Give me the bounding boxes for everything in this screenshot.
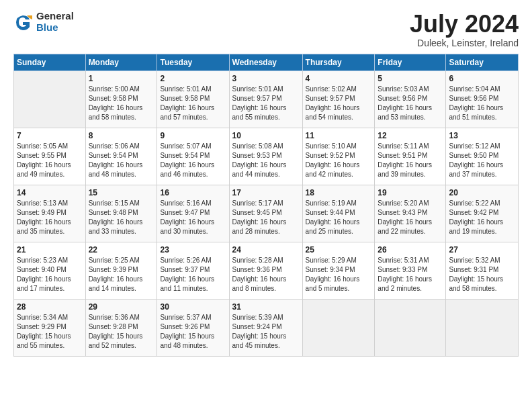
sunset: Sunset: 9:54 PM: [89, 151, 154, 161]
sunrise: Sunrise: 5:12 AM: [449, 142, 515, 151]
calendar-cell: [375, 299, 446, 356]
day-info: Sunrise: 5:00 AMSunset: 9:58 PMDaylight:…: [89, 85, 154, 122]
daylight: Daylight: 16 hours and 25 minutes.: [306, 218, 372, 236]
daylight: Daylight: 16 hours and 11 minutes.: [160, 275, 226, 293]
day-info: Sunrise: 5:16 AMSunset: 9:47 PMDaylight:…: [160, 199, 226, 236]
calendar-cell: 13Sunrise: 5:12 AMSunset: 9:50 PMDayligh…: [446, 128, 519, 185]
sunrise: Sunrise: 5:01 AM: [160, 85, 226, 94]
sunrise: Sunrise: 5:31 AM: [378, 256, 443, 265]
day-info: Sunrise: 5:04 AMSunset: 9:56 PMDaylight:…: [449, 85, 515, 122]
daylight: Daylight: 16 hours and 46 minutes.: [160, 161, 226, 179]
calendar-header-thursday: Thursday: [302, 54, 375, 71]
day-number: 28: [17, 302, 83, 312]
day-info: Sunrise: 5:29 AMSunset: 9:34 PMDaylight:…: [306, 256, 372, 293]
day-info: Sunrise: 5:17 AMSunset: 9:45 PMDaylight:…: [232, 199, 300, 236]
day-number: 11: [306, 131, 372, 140]
sunset: Sunset: 9:34 PM: [306, 265, 372, 275]
day-number: 13: [449, 131, 515, 140]
calendar-cell: 14Sunrise: 5:13 AMSunset: 9:49 PMDayligh…: [14, 185, 86, 242]
calendar-cell: 7Sunrise: 5:05 AMSunset: 9:55 PMDaylight…: [14, 128, 86, 185]
sunset: Sunset: 9:51 PM: [378, 151, 443, 161]
daylight: Daylight: 16 hours and 44 minutes.: [232, 161, 300, 179]
calendar-cell: 11Sunrise: 5:10 AMSunset: 9:52 PMDayligh…: [302, 128, 375, 185]
daylight: Daylight: 16 hours and 57 minutes.: [160, 103, 226, 122]
sunset: Sunset: 9:28 PM: [89, 322, 154, 332]
calendar-cell: 20Sunrise: 5:22 AMSunset: 9:42 PMDayligh…: [446, 185, 519, 242]
calendar-header-tuesday: Tuesday: [157, 54, 229, 71]
calendar-cell: 17Sunrise: 5:17 AMSunset: 9:45 PMDayligh…: [229, 185, 302, 242]
day-number: 21: [17, 245, 83, 255]
daylight: Daylight: 16 hours and 49 minutes.: [17, 161, 83, 179]
sunset: Sunset: 9:57 PM: [232, 94, 300, 103]
calendar-cell: 23Sunrise: 5:26 AMSunset: 9:37 PMDayligh…: [157, 242, 229, 299]
calendar-table: SundayMondayTuesdayWednesdayThursdayFrid…: [13, 54, 519, 357]
day-info: Sunrise: 5:13 AMSunset: 9:49 PMDaylight:…: [17, 199, 83, 236]
day-info: Sunrise: 5:15 AMSunset: 9:48 PMDaylight:…: [89, 199, 154, 236]
daylight: Daylight: 16 hours and 8 minutes.: [232, 275, 300, 293]
day-info: Sunrise: 5:25 AMSunset: 9:39 PMDaylight:…: [89, 256, 154, 293]
sunrise: Sunrise: 5:23 AM: [17, 256, 83, 265]
sunrise: Sunrise: 5:28 AM: [232, 256, 300, 265]
sunrise: Sunrise: 5:22 AM: [449, 199, 515, 208]
calendar-week-5: 28Sunrise: 5:34 AMSunset: 9:29 PMDayligh…: [14, 299, 519, 356]
calendar-cell: 8Sunrise: 5:06 AMSunset: 9:54 PMDaylight…: [85, 128, 157, 185]
sunset: Sunset: 9:36 PM: [232, 265, 300, 275]
sunrise: Sunrise: 5:02 AM: [306, 85, 372, 94]
day-number: 15: [89, 188, 154, 197]
calendar-cell: 30Sunrise: 5:37 AMSunset: 9:26 PMDayligh…: [157, 299, 229, 356]
sunset: Sunset: 9:47 PM: [160, 208, 226, 218]
daylight: Daylight: 16 hours and 28 minutes.: [232, 218, 300, 236]
daylight: Daylight: 16 hours and 30 minutes.: [160, 218, 226, 236]
day-info: Sunrise: 5:02 AMSunset: 9:57 PMDaylight:…: [306, 85, 372, 122]
calendar-cell: 31Sunrise: 5:39 AMSunset: 9:24 PMDayligh…: [229, 299, 302, 356]
day-number: 3: [232, 74, 300, 83]
sunset: Sunset: 9:54 PM: [160, 151, 226, 161]
sunrise: Sunrise: 5:26 AM: [160, 256, 226, 265]
calendar-cell: 18Sunrise: 5:19 AMSunset: 9:44 PMDayligh…: [302, 185, 375, 242]
calendar-cell: 25Sunrise: 5:29 AMSunset: 9:34 PMDayligh…: [302, 242, 375, 299]
day-number: 25: [306, 245, 372, 255]
sunset: Sunset: 9:43 PM: [378, 208, 443, 218]
sunset: Sunset: 9:49 PM: [17, 208, 83, 218]
day-info: Sunrise: 5:03 AMSunset: 9:56 PMDaylight:…: [378, 85, 443, 122]
calendar-header-saturday: Saturday: [446, 54, 519, 71]
calendar-week-1: 1Sunrise: 5:00 AMSunset: 9:58 PMDaylight…: [14, 71, 519, 128]
daylight: Daylight: 16 hours and 55 minutes.: [232, 103, 300, 122]
sunrise: Sunrise: 5:36 AM: [89, 313, 154, 322]
sunset: Sunset: 9:29 PM: [17, 322, 83, 332]
sunrise: Sunrise: 5:25 AM: [89, 256, 154, 265]
day-number: 14: [17, 188, 83, 197]
calendar-cell: 21Sunrise: 5:23 AMSunset: 9:40 PMDayligh…: [14, 242, 86, 299]
daylight: Daylight: 16 hours and 2 minutes.: [378, 275, 443, 293]
sunset: Sunset: 9:52 PM: [306, 151, 372, 161]
calendar-cell: [302, 299, 375, 356]
daylight: Daylight: 16 hours and 54 minutes.: [306, 103, 372, 122]
day-info: Sunrise: 5:31 AMSunset: 9:33 PMDaylight:…: [378, 256, 443, 293]
sunrise: Sunrise: 5:07 AM: [160, 142, 226, 151]
daylight: Daylight: 15 hours and 55 minutes.: [17, 332, 83, 351]
daylight: Daylight: 16 hours and 58 minutes.: [89, 103, 154, 122]
logo-text: General Blue: [36, 11, 74, 33]
sunrise: Sunrise: 5:29 AM: [306, 256, 372, 265]
sunset: Sunset: 9:56 PM: [378, 94, 443, 103]
sunrise: Sunrise: 5:05 AM: [17, 142, 83, 151]
day-info: Sunrise: 5:11 AMSunset: 9:51 PMDaylight:…: [378, 142, 443, 179]
sunset: Sunset: 9:31 PM: [449, 265, 515, 275]
day-info: Sunrise: 5:08 AMSunset: 9:53 PMDaylight:…: [232, 142, 300, 179]
sunrise: Sunrise: 5:34 AM: [17, 313, 83, 322]
month-title: July 2024: [410, 11, 519, 38]
daylight: Daylight: 15 hours and 58 minutes.: [449, 275, 515, 293]
day-info: Sunrise: 5:32 AMSunset: 9:31 PMDaylight:…: [449, 256, 515, 293]
sunrise: Sunrise: 5:03 AM: [378, 85, 443, 94]
sunset: Sunset: 9:53 PM: [232, 151, 300, 161]
calendar-cell: 26Sunrise: 5:31 AMSunset: 9:33 PMDayligh…: [375, 242, 446, 299]
daylight: Daylight: 15 hours and 45 minutes.: [232, 332, 300, 351]
daylight: Daylight: 16 hours and 51 minutes.: [449, 103, 515, 122]
calendar-cell: 28Sunrise: 5:34 AMSunset: 9:29 PMDayligh…: [14, 299, 86, 356]
day-info: Sunrise: 5:22 AMSunset: 9:42 PMDaylight:…: [449, 199, 515, 236]
calendar-week-4: 21Sunrise: 5:23 AMSunset: 9:40 PMDayligh…: [14, 242, 519, 299]
calendar-cell: [14, 71, 86, 128]
calendar-cell: 5Sunrise: 5:03 AMSunset: 9:56 PMDaylight…: [375, 71, 446, 128]
sunrise: Sunrise: 5:00 AM: [89, 85, 154, 94]
sunrise: Sunrise: 5:06 AM: [89, 142, 154, 151]
